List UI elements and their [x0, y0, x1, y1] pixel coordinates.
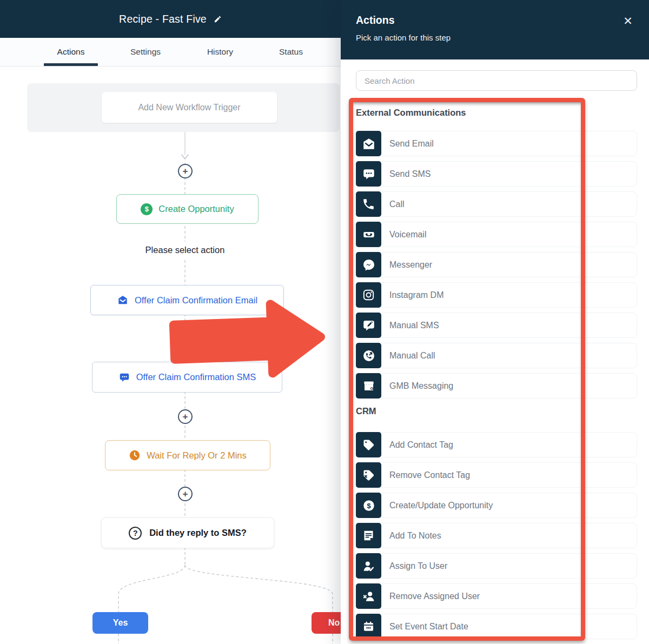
panel-title: Actions: [356, 14, 395, 26]
action-section-crm: CRMAdd Contact TagRemove Contact Tag$Cre…: [356, 406, 637, 639]
action-item-label: Send SMS: [389, 169, 431, 179]
voicemail-icon: [356, 222, 381, 247]
actions-panel: Actions Pick an action for this step ✕ E…: [341, 0, 649, 644]
sms-icon: [118, 371, 130, 383]
clock-icon: [129, 449, 141, 461]
action-item-assign-to-user[interactable]: Assign To User: [356, 553, 637, 579]
search-action-input[interactable]: [356, 70, 637, 91]
workflow-canvas: Add New Workflow Trigger + $ Create Oppo…: [0, 67, 341, 644]
action-item-call[interactable]: Call: [356, 191, 637, 217]
email-icon: [117, 294, 129, 306]
workflow-title-wrap: Recipe - Fast Five: [0, 0, 341, 38]
node-label: Did they reply to SMS?: [149, 528, 247, 538]
node-label: Wait For Reply Or 2 Mins: [147, 450, 247, 461]
action-item-instagram-dm[interactable]: Instagram DM: [356, 282, 637, 308]
manual-sms-icon: [356, 313, 381, 338]
branch-no-button[interactable]: No: [312, 612, 341, 634]
add-step-button[interactable]: +: [178, 487, 193, 501]
action-item-voicemail[interactable]: Voicemail: [356, 222, 637, 247]
close-icon[interactable]: ✕: [621, 14, 635, 28]
actions-panel-header: Actions Pick an action for this step ✕: [341, 0, 649, 59]
node-label: Create Opportunity: [158, 204, 234, 214]
flow-connectors: [0, 67, 341, 644]
action-item-label: Voicemail: [389, 230, 426, 240]
question-icon: ?: [129, 527, 142, 540]
tab-status[interactable]: Status: [279, 38, 303, 66]
set-event-start-date-icon: [356, 614, 381, 639]
gmb-messaging-icon: G: [356, 373, 381, 399]
action-item-label: Call: [389, 200, 405, 209]
node-offer-claim-email[interactable]: Offer Claim Confirmation Email: [90, 285, 284, 315]
edit-title-icon[interactable]: [214, 15, 222, 23]
assign-to-user-icon: [356, 553, 381, 579]
trigger-band: Add New Workflow Trigger: [27, 83, 340, 132]
tab-settings[interactable]: Settings: [130, 38, 161, 66]
action-item-label: Manual SMS: [389, 321, 439, 330]
add-workflow-trigger-button[interactable]: Add New Workflow Trigger: [102, 92, 277, 123]
action-item-label: Add To Notes: [389, 531, 441, 541]
svg-text:G: G: [370, 386, 373, 391]
action-item-label: Set Event Start Date: [389, 622, 468, 632]
dollar-circle-icon: $: [141, 203, 153, 215]
select-action-hint: Please select action: [138, 242, 233, 258]
action-item-label: Instagram DM: [389, 290, 443, 300]
action-item-label: Assign To User: [389, 561, 447, 571]
create-update-opportunity-icon: $: [356, 493, 381, 518]
action-item-manual-sms[interactable]: Manual SMS: [356, 313, 637, 338]
add-step-button[interactable]: +: [178, 164, 193, 178]
action-item-label: Add Contact Tag: [389, 440, 453, 450]
action-item-label: Send Email: [389, 139, 434, 149]
action-sections: External CommunicationsSend EmailSend SM…: [341, 107, 649, 639]
node-offer-claim-sms[interactable]: Offer Claim Confirmation SMS: [92, 362, 282, 393]
add-step-button[interactable]: +: [178, 409, 193, 424]
action-item-add-to-notes[interactable]: Add To Notes: [356, 523, 637, 548]
svg-text:$: $: [367, 501, 371, 509]
action-item-send-sms[interactable]: Send SMS: [356, 161, 637, 187]
action-item-label: Create/Update Opportunity: [389, 501, 493, 510]
send-sms-icon: [356, 161, 381, 187]
action-item-manual-call[interactable]: Manual Call: [356, 343, 637, 368]
action-section-external-communications: External CommunicationsSend EmailSend SM…: [356, 107, 637, 399]
add-contact-tag-icon: [356, 432, 381, 457]
section-rows: Add Contact TagRemove Contact Tag$Create…: [356, 432, 637, 639]
node-label: Offer Claim Confirmation Email: [135, 295, 257, 306]
action-item-label: GMB Messaging: [389, 381, 453, 391]
remove-contact-tag-icon: [356, 462, 381, 488]
section-rows: Send EmailSend SMSCallVoicemailMessenger…: [356, 131, 637, 399]
action-item-set-event-start-date[interactable]: Set Event Start Date: [356, 614, 637, 639]
section-title: CRM: [356, 406, 637, 416]
node-condition-reply-sms[interactable]: ? Did they reply to SMS?: [101, 517, 274, 548]
send-email-icon: [356, 131, 381, 156]
active-tab-underline: [44, 63, 98, 66]
instagram-dm-icon: [356, 282, 381, 308]
tab-history[interactable]: History: [207, 38, 233, 66]
action-item-send-email[interactable]: Send Email: [356, 131, 637, 156]
action-item-add-contact-tag[interactable]: Add Contact Tag: [356, 432, 637, 457]
action-item-label: Messenger: [389, 260, 432, 270]
manual-call-icon: [356, 343, 381, 368]
action-item-messenger[interactable]: Messenger: [356, 252, 637, 277]
action-item-create-update-opportunity[interactable]: $Create/Update Opportunity: [356, 493, 637, 518]
add-to-notes-icon: [356, 523, 381, 548]
panel-subtitle: Pick an action for this step: [356, 33, 451, 42]
page-title: Recipe - Fast Five: [119, 13, 207, 25]
action-item-remove-contact-tag[interactable]: Remove Contact Tag: [356, 462, 637, 488]
workflow-tabbar: Actions Settings History Status: [0, 38, 341, 67]
node-wait-for-reply[interactable]: Wait For Reply Or 2 Mins: [105, 440, 270, 470]
action-item-remove-assigned-user[interactable]: Remove Assigned User: [356, 583, 637, 609]
action-item-label: Manual Call: [389, 351, 435, 361]
node-label: Offer Claim Confirmation SMS: [136, 372, 256, 382]
messenger-icon: [356, 252, 381, 277]
call-icon: [356, 191, 381, 217]
action-item-label: Remove Assigned User: [389, 592, 480, 601]
section-title: External Communications: [356, 107, 637, 118]
action-item-label: Remove Contact Tag: [389, 470, 470, 480]
branch-yes-button[interactable]: Yes: [92, 612, 148, 634]
tab-actions[interactable]: Actions: [57, 38, 85, 66]
action-item-gmb-messaging[interactable]: GGMB Messaging: [356, 373, 637, 399]
remove-assigned-user-icon: [356, 583, 381, 609]
node-create-opportunity[interactable]: $ Create Opportunity: [116, 194, 259, 224]
